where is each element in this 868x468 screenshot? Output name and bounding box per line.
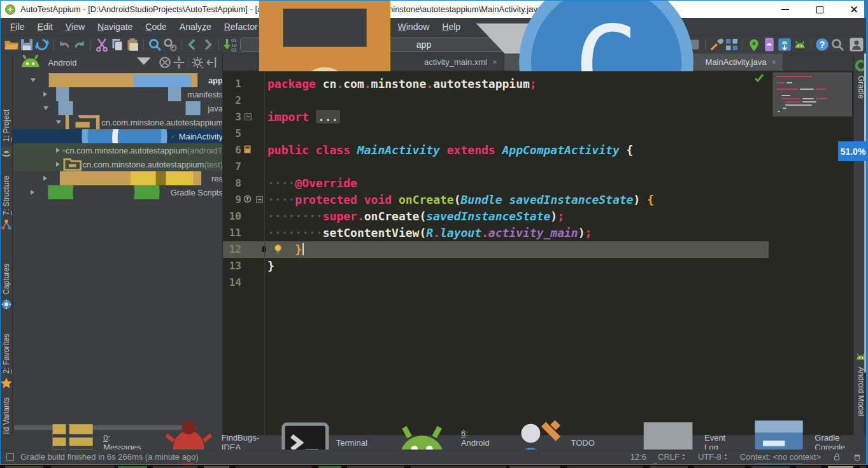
toolbar-help-button[interactable]: ? <box>815 37 830 52</box>
toolbar-copy-button[interactable] <box>110 37 125 52</box>
toolbar-pin-button[interactable] <box>746 37 762 52</box>
hector-inspector-icon[interactable] <box>853 453 862 462</box>
line-number: 11 <box>223 225 264 241</box>
intention-bulb-icon[interactable] <box>273 243 283 255</box>
tree-item-cn-com-minstone-autotestappium[interactable]: cn.com.minstone.autotestappium (androidT… <box>13 143 223 157</box>
code-line-12[interactable]: 12····} <box>223 241 853 258</box>
toolbar-sdk-button[interactable] <box>777 37 792 52</box>
toolbar-avd-button[interactable] <box>762 37 777 52</box>
toolbar-save-button[interactable] <box>19 37 34 52</box>
undo-icon <box>57 37 72 52</box>
collapse-arrow-icon[interactable] <box>56 148 60 153</box>
caret-position[interactable]: 12:6 <box>630 452 646 462</box>
status-square-icon[interactable] <box>6 453 14 461</box>
override-marker-icon[interactable] <box>243 194 252 204</box>
code-line-7[interactable]: 7 <box>223 159 853 175</box>
menu-navigate[interactable]: Navigate <box>91 18 139 35</box>
code-line-10[interactable]: 10········super.onCreate(savedInstanceSt… <box>223 208 853 225</box>
tree-item-mainactivity[interactable]: CMainActivity <box>13 129 223 143</box>
tool-tab-label: 7: Structure <box>2 176 11 215</box>
tree-item-cn-com-minstone-autotestappium[interactable]: cn.com.minstone.autotestappium <box>13 115 223 129</box>
menu-view[interactable]: View <box>59 18 91 35</box>
tree-item-java[interactable]: java <box>13 101 223 115</box>
minimize-button[interactable] <box>778 3 793 16</box>
line-separator-selector[interactable]: CRLF <box>658 452 687 462</box>
close-tab-icon[interactable]: × <box>771 57 776 67</box>
menu-file[interactable]: File <box>4 18 31 35</box>
menu-analyze[interactable]: Analyze <box>173 18 218 35</box>
toolbar-open-button[interactable] <box>4 37 19 52</box>
tool-tab-structure[interactable]: 7: Structure <box>0 176 13 231</box>
close-tab-icon[interactable]: × <box>492 57 497 67</box>
collapse-all-button[interactable] <box>172 55 186 69</box>
toolbar-cut-button[interactable] <box>94 37 110 52</box>
code-line-9[interactable]: 9−····protected void onCreate(Bundle sav… <box>223 192 853 208</box>
code-line-6[interactable]: 6public class MainActivity extends AppCo… <box>223 142 853 159</box>
toolbar-search-button[interactable] <box>830 37 845 52</box>
code-line-11[interactable]: 11········setContentView(R.layout.activi… <box>223 225 853 241</box>
status-message: Gradle build finished in 6s 266ms (a min… <box>20 452 199 462</box>
preview-code-row <box>775 76 850 78</box>
code-line-14[interactable]: 14 <box>223 274 853 291</box>
window-border <box>0 0 868 1</box>
toolbar-android-button[interactable] <box>792 37 808 52</box>
toolbar-back-button[interactable] <box>185 37 200 52</box>
code-text: ········setContentView(R.layout.activity… <box>264 225 592 241</box>
context-indicator[interactable]: Context: <no context> <box>740 452 821 462</box>
toolbar-undo-button[interactable] <box>57 37 72 52</box>
code-line-5[interactable]: 5 <box>223 125 853 142</box>
collapse-arrow-icon[interactable] <box>56 162 60 167</box>
menu-code[interactable]: Code <box>139 18 173 35</box>
scroll-from-source-button[interactable] <box>158 55 172 69</box>
close-button[interactable]: ✕ <box>846 3 862 16</box>
tool-tab-captures[interactable]: Captures <box>0 264 13 311</box>
tool-tab-favorites[interactable]: 2: Favorites <box>0 334 13 390</box>
settings-icon <box>709 37 724 52</box>
menu-edit[interactable]: Edit <box>31 18 59 35</box>
toolbar-replace-button[interactable] <box>162 37 178 52</box>
code-line-13[interactable]: 13} <box>223 258 853 274</box>
main-toolbar: 011001app? <box>0 36 868 53</box>
collapse-arrow-icon[interactable] <box>43 92 47 97</box>
preview-code-row <box>775 104 850 106</box>
code-line-2[interactable]: 2 <box>223 92 853 109</box>
tree-item-manifests[interactable]: manifests <box>13 87 223 101</box>
tool-tab-project[interactable]: 1: Project <box>0 110 13 158</box>
editor-tab-activity-main-xml[interactable]: activity_main.xml× <box>223 53 504 71</box>
code-text: } <box>264 258 274 274</box>
encoding-selector[interactable]: UTF-8 <box>698 452 729 462</box>
toolbar-avatar-button[interactable] <box>849 37 864 52</box>
maximize-button[interactable] <box>812 3 827 16</box>
code-line-8[interactable]: 8····@Override <box>223 175 853 192</box>
collapse-arrow-icon[interactable] <box>43 176 47 181</box>
toolbar-redo-button[interactable] <box>72 37 87 52</box>
toolbar-settings-button[interactable] <box>709 37 724 52</box>
expand-arrow-icon[interactable] <box>56 120 61 124</box>
fold-marker[interactable]: − <box>245 113 252 120</box>
tree-item-gradle-scripts[interactable]: Gradle Scripts <box>13 185 223 199</box>
structure-icon <box>0 218 13 231</box>
toolbar-sync-button[interactable] <box>34 37 50 52</box>
fold-marker[interactable]: − <box>256 196 263 203</box>
toolbar-find-button[interactable] <box>147 37 162 52</box>
code-line-3[interactable]: 3−import ... <box>223 109 853 125</box>
lock-icon[interactable] <box>832 453 841 462</box>
tree-item-res[interactable]: res <box>13 171 223 185</box>
toolbar-forward-button[interactable] <box>200 37 215 52</box>
preview-code-row <box>775 101 850 103</box>
editor-tab-mainactivity-java[interactable]: CMainActivity.java× <box>504 53 783 71</box>
tree-item-suffix: (test) <box>204 160 223 169</box>
avatar-icon <box>849 37 864 52</box>
expand-arrow-icon[interactable] <box>43 106 48 110</box>
expand-arrow-icon[interactable] <box>31 78 36 82</box>
hide-panel-button[interactable] <box>204 55 218 69</box>
code-editor[interactable]: 1package cn.com.minstone.autotestappium;… <box>223 71 853 435</box>
toolbar-paste-button[interactable] <box>125 37 140 52</box>
collapse-arrow-icon[interactable] <box>31 190 34 195</box>
related-layout-icon[interactable] <box>243 145 252 154</box>
tree-item-cn-com-minstone-autotestappium[interactable]: cn.com.minstone.autotestappium (test) <box>13 157 223 171</box>
toolbar-structure-button[interactable] <box>724 37 739 52</box>
scroll-from-source-icon <box>158 55 172 69</box>
tree-item-app[interactable]: app <box>13 73 223 87</box>
settings-button[interactable] <box>190 55 204 69</box>
